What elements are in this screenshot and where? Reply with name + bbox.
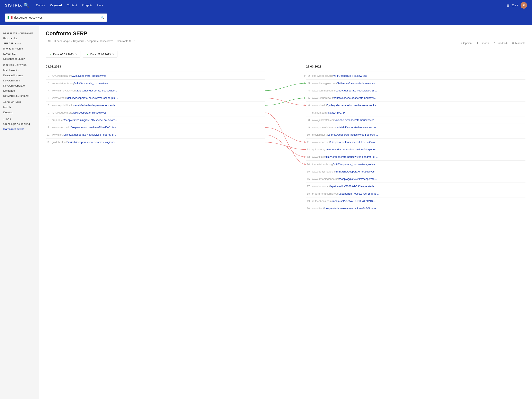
serp-url[interactable]: www.wired.it/gallery/desperate-housewive… bbox=[312, 104, 379, 107]
serp-domain: www.disneyplus.com bbox=[312, 82, 337, 85]
sidebar-item-serp-features[interactable]: SERP Features bbox=[0, 41, 39, 46]
connector-arrow bbox=[304, 97, 306, 99]
serp-comparison: 03.03.2023 2. it.m.wikipedia.org/wiki/De… bbox=[46, 63, 526, 212]
search-input[interactable] bbox=[14, 16, 99, 19]
sidebar-archivio-title: ARCHIVIO SERP bbox=[0, 98, 39, 105]
sidebar-item-layout-serp[interactable]: Layout SERP bbox=[0, 51, 39, 56]
sidebar-item-match-esatto[interactable]: Match esatto bbox=[0, 68, 39, 73]
condividi-label: Condividi bbox=[497, 42, 507, 44]
serp-url[interactable]: www.gettyimages.it/immagine/desperate-ho… bbox=[312, 170, 375, 173]
serp-url[interactable]: www.justwatch.com/it/serie-tv/desperate-… bbox=[312, 119, 374, 121]
serp-row: 15. www.gettyimages.it/immagine/desperat… bbox=[306, 168, 526, 175]
serp-url[interactable]: www.disneyplus.com/it-it/series/desperat… bbox=[312, 82, 377, 85]
sidebar-idee-title: IDEE PER KEYWORD bbox=[0, 61, 39, 68]
serp-url[interactable]: it.m.wikipedia.org/wiki/Desperate_Housew… bbox=[52, 74, 106, 77]
serp-url[interactable]: it.m.wikiquote.org/wiki/Desperate_Housew… bbox=[52, 111, 106, 114]
nav-keyword[interactable]: Keyword bbox=[50, 4, 62, 7]
serp-url[interactable]: m.imdb.com/title/tt0410975/ bbox=[312, 111, 345, 114]
serp-rank: 10. bbox=[46, 133, 52, 136]
date-filter-1-edit-icon: ✎ bbox=[75, 53, 77, 56]
serp-rank: 17. bbox=[306, 185, 312, 188]
serp-path: /people/streaming/1557158/serie-housewiv… bbox=[64, 119, 117, 121]
sidebar-item-keyword-environment[interactable]: Keyword Environment bbox=[0, 93, 39, 98]
nav-content[interactable]: Content bbox=[67, 4, 77, 7]
breadcrumb-sep-3: › bbox=[114, 39, 115, 43]
nav-domini[interactable]: Domini bbox=[36, 4, 45, 7]
filter-funnel-icon-2: ▼ bbox=[86, 53, 89, 56]
breadcrumb-current: Confronto SERP bbox=[117, 39, 136, 43]
serp-row: 13. www.film.it/filmtv/o/desperate-house… bbox=[306, 153, 526, 161]
esporta-button[interactable]: ⬇ Esporta bbox=[476, 42, 489, 44]
manuale-button[interactable]: ▦ Manuale bbox=[512, 42, 526, 44]
serp-rank: 10. bbox=[306, 133, 312, 136]
serp-url[interactable]: www.disneyplus.com/it-it/series/desperat… bbox=[52, 89, 117, 92]
date-filter-2-edit-icon: ✎ bbox=[112, 53, 114, 56]
breadcrumb-sistrix[interactable]: SISTRIX per Google bbox=[46, 39, 70, 43]
serp-domain: m.imdb.com bbox=[312, 111, 327, 114]
connector-arrow bbox=[304, 105, 306, 106]
right-date-header: 27.03.2023 bbox=[306, 63, 526, 71]
sidebar-item-keyword-inclusa[interactable]: Keyword inclusa bbox=[0, 73, 39, 78]
serp-url[interactable]: programma.sorrisi.com/desperate-housewiv… bbox=[312, 192, 379, 195]
sidebar-item-cronologia[interactable]: Cronologia dei ranking bbox=[0, 121, 39, 127]
serp-path: /desperate-housewives-stagione-5-7-film-… bbox=[324, 207, 378, 210]
serp-path: /it-it/series/desperate-housewive... bbox=[76, 89, 117, 92]
serp-url[interactable]: www.antoniogenna.net/doppiaggio/telefilm… bbox=[312, 177, 377, 180]
sidebar-item-keyword-correlate[interactable]: Keyword correlate bbox=[0, 83, 39, 88]
grid-icon[interactable]: ⊞ bbox=[507, 3, 509, 7]
logo[interactable]: SISTRIX 🔍 bbox=[5, 3, 30, 8]
serp-url[interactable]: www.film.it/filmtv/o/desperate-housewive… bbox=[52, 133, 117, 136]
breadcrumb: SISTRIX per Google › Keyword › desperate… bbox=[46, 39, 136, 43]
serp-url[interactable]: guidatv.sky.it/serie-tv/desperate-housew… bbox=[52, 140, 117, 144]
serp-url[interactable]: www.film.it/filmtv/o/desperate-housewive… bbox=[312, 155, 378, 158]
serp-url[interactable]: www.amazon.it/Desperate-Housewives-Film-… bbox=[312, 140, 379, 144]
manuale-label: Manuale bbox=[515, 42, 526, 44]
serp-path: /serietv/schede/desperate-housewiv... bbox=[72, 104, 117, 107]
sidebar-item-confronto-serp[interactable]: Confronto SERP bbox=[0, 127, 39, 132]
connector-svg bbox=[265, 63, 306, 221]
serp-url[interactable]: m.facebook.com/media/set/?set=a.10150944… bbox=[312, 200, 376, 203]
sidebar-item-intento[interactable]: Intento di ricerca bbox=[0, 46, 39, 51]
condividi-button[interactable]: ↗ Condividi bbox=[493, 42, 507, 44]
nav-progetti[interactable]: Progetti bbox=[82, 4, 92, 7]
date-filter-2[interactable]: ▼ Data: 27.03.2023 ✎ bbox=[83, 51, 118, 58]
esporta-label: Esporta bbox=[480, 42, 489, 44]
serp-url[interactable]: it.m.wikipedia.org/wiki/Desperate_Housew… bbox=[312, 74, 367, 77]
serp-url[interactable]: www.comingsoon.it/serietv/desperate-hous… bbox=[312, 89, 377, 92]
serp-url[interactable]: guidatv.sky.it/serie-tv/desperate-housew… bbox=[312, 148, 378, 151]
sidebar-item-domande[interactable]: Domande bbox=[0, 88, 39, 93]
sidebar-item-screenshot-serp[interactable]: Screenshot SERP bbox=[0, 56, 39, 61]
breadcrumb-keyword[interactable]: Keyword bbox=[73, 39, 84, 43]
serp-path: /filmtv/o/desperate-housewives-i-segreti… bbox=[325, 155, 378, 158]
serp-row: 6. www.wired.it/gallery/desperate-housew… bbox=[306, 102, 526, 109]
serp-url[interactable]: movieplayer.it/serietv/desperate-housewi… bbox=[312, 133, 378, 136]
avatar[interactable]: E bbox=[520, 2, 527, 9]
country-flag-italy[interactable] bbox=[7, 16, 13, 19]
search-button[interactable]: 🔍 bbox=[101, 16, 105, 20]
serp-url[interactable]: it.m.wikiquote.org/wiki/Desperate_Housew… bbox=[312, 163, 377, 166]
serp-path: /wiki/Desperate_Housewives bbox=[72, 74, 106, 77]
nav-piu[interactable]: Più ▾ bbox=[97, 4, 103, 7]
serp-url[interactable]: www.ibs.it/desperate-housewives-stagione… bbox=[312, 207, 378, 210]
serp-row: 7. m.imdb.com/title/tt0410975/ bbox=[306, 109, 526, 116]
serp-url[interactable]: www.repubblica.it/serietv/schede/despera… bbox=[52, 104, 117, 107]
serp-url[interactable]: www.iodonna.it/spettacoli/tv/2022/01/03/… bbox=[312, 185, 376, 188]
sidebar-item-mobile[interactable]: Mobile bbox=[0, 105, 39, 110]
serp-url[interactable]: www.repubblica.it/serietv/schede/despera… bbox=[312, 96, 377, 99]
serp-path: /wiki/Desperate_Housewives_(ottav... bbox=[333, 163, 377, 166]
serp-url[interactable]: www.amazon.it/Desperate-Housewives-Film-… bbox=[52, 126, 118, 129]
opzioni-button[interactable]: ▾ Opzioni bbox=[461, 42, 472, 44]
serp-url[interactable]: amp.tio.ch/people/streaming/1557158/seri… bbox=[52, 119, 117, 121]
breadcrumb-desperate[interactable]: desperate housewives bbox=[87, 39, 113, 43]
serp-url[interactable]: www.primevideo.com/detail/Desperate-Hous… bbox=[312, 126, 379, 129]
sidebar-item-desktop[interactable]: Desktop bbox=[0, 110, 39, 115]
serp-path: /spettacoli/tv/2022/01/03/desperate-h... bbox=[330, 185, 376, 188]
sidebar-item-keyword-simili[interactable]: Keyword simili bbox=[0, 78, 39, 83]
serp-path: /immagine/desperate-housewives bbox=[335, 170, 375, 173]
search-input-wrap[interactable]: 🔍 bbox=[5, 13, 107, 22]
serp-url[interactable]: www.wired.it/gallery/desperate-housewive… bbox=[52, 96, 118, 99]
date-filter-1[interactable]: ▼ Data: 03.03.2023 ✎ bbox=[46, 51, 80, 58]
connector-line bbox=[265, 135, 306, 157]
sidebar-item-panoramica[interactable]: Panoramica bbox=[0, 36, 39, 41]
serp-url[interactable]: en.m.wikipedia.org/wiki/Desperate_Housew… bbox=[52, 82, 108, 85]
